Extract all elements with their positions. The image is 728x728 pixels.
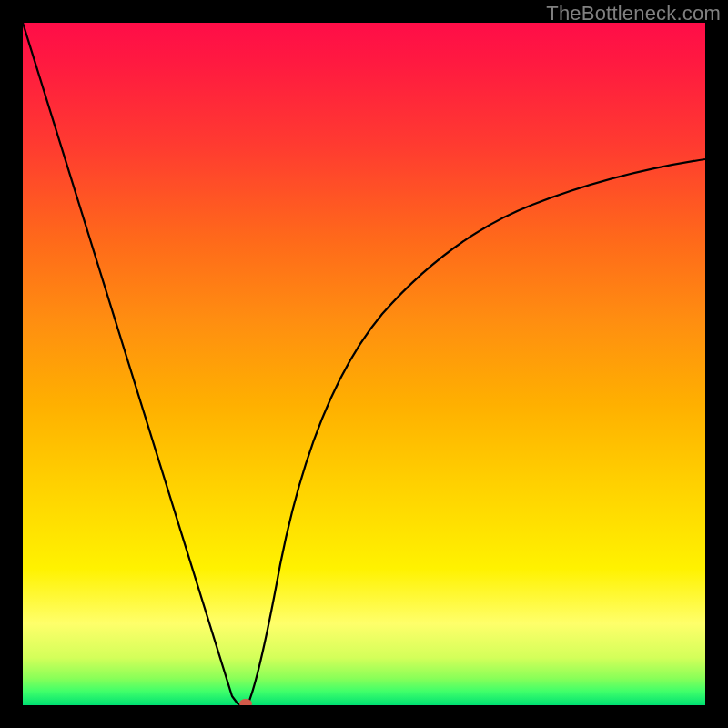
- curve-right-branch: [248, 159, 705, 705]
- curve-left-branch: [23, 23, 241, 705]
- chart-frame: TheBottleneck.com: [0, 0, 728, 728]
- bottleneck-curve: [23, 23, 705, 705]
- attribution-text: TheBottleneck.com: [546, 2, 721, 25]
- plot-area: [23, 23, 705, 705]
